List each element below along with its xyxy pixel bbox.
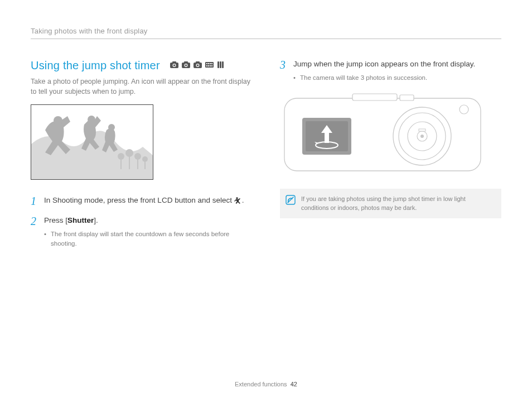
svg-rect-20	[211, 65, 212, 66]
note-icon	[286, 195, 296, 207]
jump-illustration	[31, 104, 153, 180]
svg-rect-39	[400, 95, 414, 100]
page-number: 42	[291, 381, 297, 387]
svg-rect-15	[210, 63, 211, 64]
svg-rect-27	[129, 155, 130, 169]
step-3: 3 Jump when the jump icon appears on the…	[280, 59, 501, 83]
svg-point-11	[197, 64, 199, 66]
svg-point-26	[118, 153, 124, 160]
svg-point-35	[108, 124, 115, 131]
header-divider	[31, 39, 501, 39]
svg-point-28	[125, 149, 133, 157]
shutter-label: Shutter	[67, 216, 94, 224]
step-2-bullet: The front display will start the countdo…	[44, 229, 252, 248]
jump-person-icon	[234, 197, 242, 204]
step-2: 2 Press [Shutter]. The front display wil…	[31, 216, 252, 248]
svg-rect-5	[184, 61, 188, 63]
step-3-bullet: The camera will take 3 photos in success…	[293, 73, 501, 83]
step-3-text: Jump when the jump icon appears on the f…	[293, 59, 501, 70]
step-text-fragment: ].	[94, 216, 98, 224]
note-text: If you are taking photos using the jump …	[301, 194, 494, 213]
svg-point-45	[420, 135, 424, 138]
step-text-fragment: Press [	[44, 216, 67, 224]
svg-point-3	[173, 64, 176, 66]
note-box: If you are taking photos using the jump …	[280, 189, 501, 218]
svg-rect-21	[217, 61, 219, 68]
page-footer: Extended functions 42	[0, 381, 532, 387]
camera-p-icon	[182, 61, 190, 68]
footer-section: Extended functions	[235, 381, 287, 387]
step-number: 3	[280, 59, 288, 83]
svg-rect-38	[352, 94, 397, 100]
svg-rect-46	[419, 129, 425, 131]
svg-rect-19	[210, 65, 211, 66]
svg-rect-18	[208, 65, 209, 66]
step-2-text: Press [Shutter].	[44, 216, 252, 226]
breadcrumb: Taking photos with the front display	[31, 27, 501, 35]
svg-point-7	[185, 64, 187, 66]
intro-text: Take a photo of people jumping. An icon …	[31, 76, 252, 97]
camera-smart-icon	[194, 61, 202, 68]
content-columns: Using the jump shot timer Take a photo o…	[31, 59, 501, 257]
svg-rect-12	[205, 62, 214, 68]
svg-rect-22	[220, 61, 221, 68]
steps-list-left: 1 In Shooting mode, press the front LCD …	[31, 195, 252, 248]
step-1-text: In Shooting mode, press the front LCD bu…	[44, 195, 252, 206]
svg-rect-16	[211, 63, 212, 64]
section-title: Using the jump shot timer	[31, 59, 160, 72]
svg-point-32	[142, 156, 148, 162]
right-column: 3 Jump when the jump icon appears on the…	[280, 59, 501, 257]
camera-auto-icon	[170, 61, 178, 68]
svg-point-34	[88, 116, 95, 123]
svg-point-30	[134, 153, 141, 160]
mode-icon-row	[170, 61, 224, 68]
svg-rect-23	[222, 61, 224, 68]
dual-icon	[217, 61, 224, 68]
step-text-fragment: In Shooting mode, press the front LCD bu…	[44, 196, 234, 204]
scene-icon	[205, 61, 214, 68]
svg-rect-13	[206, 63, 207, 64]
svg-rect-1	[172, 61, 176, 63]
left-column: Using the jump shot timer Take a photo o…	[31, 59, 252, 257]
step-number: 1	[31, 195, 38, 207]
svg-point-36	[236, 197, 238, 199]
svg-rect-17	[206, 65, 207, 66]
svg-point-33	[54, 116, 62, 125]
step-number: 2	[31, 216, 38, 248]
step-1: 1 In Shooting mode, press the front LCD …	[31, 195, 252, 207]
svg-rect-31	[144, 161, 146, 169]
svg-rect-14	[208, 63, 209, 64]
camera-diagram	[280, 93, 486, 176]
svg-point-40	[460, 105, 468, 114]
step-text-fragment: .	[242, 196, 244, 204]
svg-rect-9	[196, 61, 200, 63]
